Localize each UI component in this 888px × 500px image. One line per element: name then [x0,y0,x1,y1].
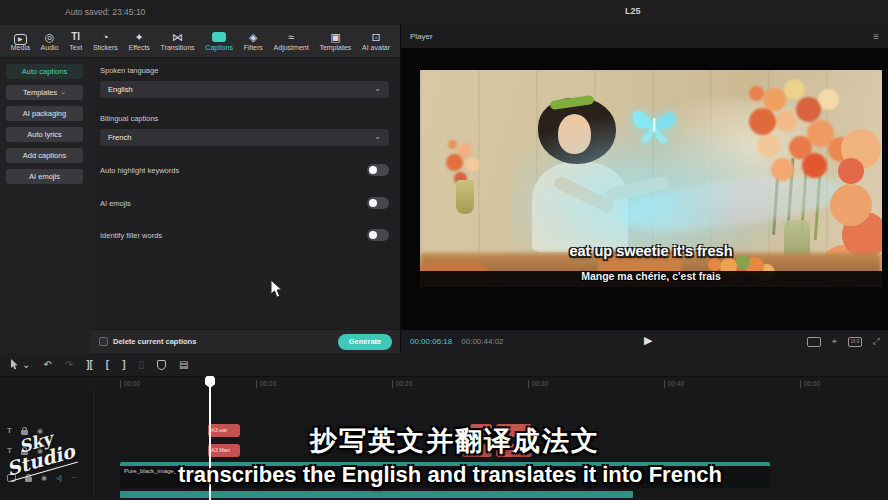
sidebar-item-ai-packaging[interactable]: AI packaging [6,106,83,121]
tutorial-subtitle-english: transcribes the English and translates i… [60,462,840,488]
toolbar-label: Adjustment [274,44,309,51]
delete-captions-label: Delete current captions [113,337,196,346]
ruler-tick: 00:20 [392,380,412,388]
toolbar-label: AI avatar [362,44,390,51]
media-icon: ▶ [14,31,27,43]
player-menu-icon[interactable]: ≡ [873,31,879,42]
ruler-tick: 00:30 [528,380,548,388]
spoken-language-select[interactable]: English ⌄ [100,81,389,98]
delete-left-icon[interactable]: [ [106,360,109,370]
redo-icon[interactable]: ↷ [65,360,73,370]
toolbar-transitions[interactable]: ⋈ Transitions [161,31,195,51]
undo-icon[interactable]: ↶ [43,360,51,370]
identify-filler-words-label: Identify filler words [100,231,162,240]
media-toolbar: ▶ Media ◎ Audio TI Text ◔ Stickers ✦ Eff… [0,25,401,58]
ruler-tick: 00:10 [256,380,276,388]
title-bar: Auto saved: 23:45:10 L25 [0,0,888,25]
toolbar-stickers[interactable]: ◔ Stickers [93,31,118,51]
toolbar-ai-avatar[interactable]: ⊡ AI avatar [362,31,390,51]
captions-panel: Auto captions Templates ⌄ AI packaging A… [0,58,401,353]
ruler-tick: 00:00 [120,380,140,388]
sidebar-item-label: AI emojis [29,172,60,181]
audio-icon: ◎ [45,31,55,43]
toolbar-captions[interactable]: Captions [205,31,233,51]
scene-flowers-left [448,140,457,149]
identify-filler-words-toggle[interactable] [367,229,389,241]
toolbar-text[interactable]: TI Text [69,31,82,51]
capcut-app: Auto saved: 23:45:10 L25 ▶ Media ◎ Audio… [0,0,888,500]
sidebar-item-auto-captions[interactable]: Auto captions [6,64,83,79]
bilingual-captions-value: French [108,133,131,142]
chevron-down-icon: ⌄ [374,132,381,141]
ruler-tick: 00:50 [800,380,820,388]
spoken-language-value: English [108,85,133,94]
play-button[interactable]: ▶ [644,334,652,347]
ai-avatar-icon: ⊡ [371,31,380,43]
toolbar-templates[interactable]: ▣ Templates [319,31,351,51]
lock-icon[interactable] [25,477,32,482]
captions-footer: Delete current captions Generate [90,329,401,353]
fullscreen-icon[interactable]: ⤢ [873,336,880,347]
mouse-cursor-icon [270,279,284,303]
stickers-icon: ◔ [102,31,109,43]
player-controls: 00:00:06:18 00:00:44:02 ▶ ·· ⌖ 16:9 ⤢ [401,330,888,353]
autosave-status: Auto saved: 23:45:10 [65,7,145,17]
toolbar-filters[interactable]: ◈ Filters [244,31,263,51]
sidebar-item-label: Add captions [23,151,66,160]
spoken-language-label: Spoken language [100,66,389,75]
toolbar-label: Effects [129,44,150,51]
toolbar-label: Text [69,44,82,51]
total-timecode: 00:00:44:02 [461,337,503,346]
effects-icon: ✦ [135,31,144,43]
captions-settings: Spoken language English ⌄ Bilingual capt… [90,58,401,353]
preview-quality-icon[interactable]: ·· [807,337,821,347]
toolbar-label: Audio [41,44,59,51]
auto-highlight-keywords-toggle[interactable] [367,164,389,176]
chevron-down-icon: ⌄ [60,88,66,96]
split-icon[interactable]: ][ [86,360,93,370]
sidebar-item-add-captions[interactable]: Add captions [6,148,83,163]
auto-highlight-keywords-label: Auto highlight keywords [100,166,179,175]
delete-captions-checkbox[interactable] [99,337,108,346]
ratio-icon[interactable]: 16:9 [848,337,862,347]
toolbar-label: Templates [319,44,351,51]
sidebar-item-label: Templates [23,88,57,97]
tutorial-subtitle-chinese: 抄写英文并翻译成法文 [170,423,740,459]
filters-icon: ◈ [249,31,257,43]
toolbar-label: Captions [205,44,233,51]
sidebar-item-templates[interactable]: Templates ⌄ [6,85,83,100]
video-caption-primary: eat up sweetie it's fresh [420,243,882,259]
toolbar-effects[interactable]: ✦ Effects [129,31,150,51]
ai-emojis-toggle[interactable] [367,197,389,209]
ai-emojis-label: AI emojis [100,199,131,208]
generate-button[interactable]: Generate [338,334,392,350]
mask-icon[interactable] [157,360,166,370]
toolbar-adjustment[interactable]: ≈ Adjustment [274,31,309,51]
player-title: Player [410,32,433,41]
delete-right-icon[interactable]: ] [122,360,125,370]
toolbar-media[interactable]: ▶ Media [11,31,30,51]
delete-captions-option[interactable]: Delete current captions [99,337,196,346]
scene-vase-left [456,180,474,214]
video-area: eat up sweetie it's fresh Mange ma chéri… [401,48,888,355]
snapshot-icon[interactable]: ⌖ [832,336,837,347]
delete-icon[interactable]: ▯ [139,360,145,370]
select-tool[interactable]: ⌄ [10,359,30,370]
toolbar-label: Media [11,44,30,51]
bilingual-captions-select[interactable]: French ⌄ [100,129,389,146]
video-preview[interactable]: eat up sweetie it's fresh Mange ma chéri… [420,70,882,287]
toggle-row: Auto highlight keywords [100,164,389,176]
toolbar-audio[interactable]: ◎ Audio [41,31,59,51]
sidebar-item-ai-emojis[interactable]: AI emojis [6,169,83,184]
audio-clip[interactable] [120,491,633,498]
extract-icon[interactable]: ▤ [179,360,188,370]
left-panel: ▶ Media ◎ Audio TI Text ◔ Stickers ✦ Eff… [0,25,401,353]
timeline-ruler[interactable]: 00:00 00:10 00:20 00:30 00:40 00:50 [0,377,888,390]
eye-icon[interactable]: ◉ [41,474,47,482]
player-control-icons: ·· ⌖ 16:9 ⤢ [807,330,880,353]
text-icon: TI [71,31,80,43]
current-timecode: 00:00:06:18 [410,337,452,346]
video-caption-secondary: Mange ma chérie, c'est frais [420,270,882,282]
cursor-icon [10,359,19,370]
sidebar-item-auto-lyrics[interactable]: Auto lyrics [6,127,83,142]
